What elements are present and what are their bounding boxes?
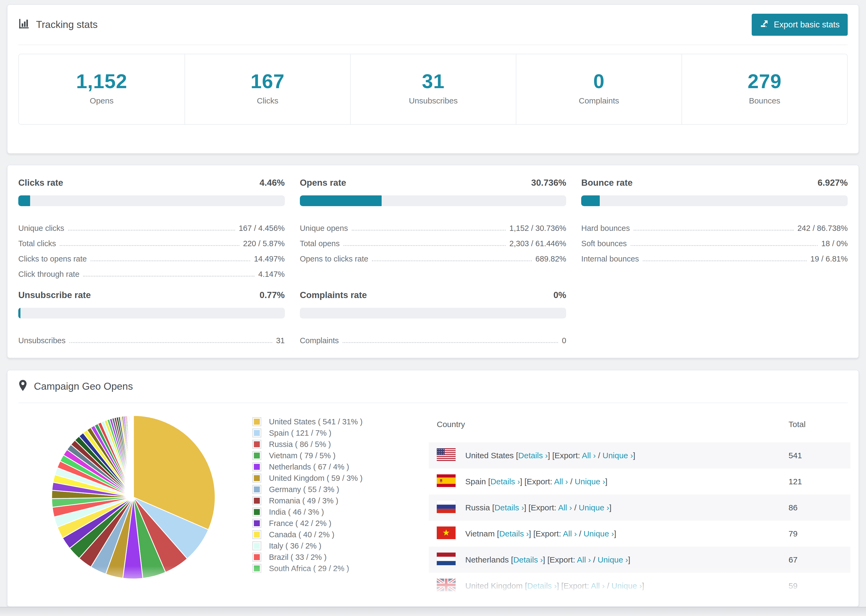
details-link[interactable]: Details › [513, 555, 543, 564]
total-cell: 59 [789, 573, 850, 599]
dotted-leader [372, 261, 532, 261]
details-link[interactable]: Details › [494, 503, 524, 512]
country-name: Vietnam [465, 529, 495, 538]
country-cell: United Kingdom [Details ›] [Export: All … [429, 573, 789, 599]
rate-title: Clicks rate [18, 178, 63, 188]
geo-pie-legend: United States ( 541 / 31% )Spain ( 121 /… [252, 415, 414, 574]
rate-row-label: Unsubscribes [18, 336, 66, 346]
legend-item: India ( 46 / 3% ) [252, 506, 414, 518]
export-unique-link[interactable]: Unique › [575, 477, 605, 486]
legend-item: Romania ( 49 / 3% ) [252, 495, 414, 506]
legend-item: Netherlands ( 67 / 4% ) [252, 461, 414, 473]
details-link[interactable]: Details › [490, 477, 520, 486]
es-flag-icon [437, 475, 465, 489]
country-name: Russia [465, 503, 490, 512]
rate-title: Bounce rate [581, 178, 633, 188]
details-link[interactable]: Details › [518, 451, 548, 460]
table-row-ru: Russia [Details ›] [Export: All › / Uniq… [429, 495, 850, 520]
legend-label: South Africa ( 29 / 2% ) [269, 564, 349, 573]
stat-cell-complaints: 0Complaints [516, 54, 682, 124]
total-cell: 86 [789, 495, 850, 520]
details-link[interactable]: Details › [527, 581, 557, 590]
column-header-total: Total [789, 415, 850, 442]
rate-row: Soft bounces18 / 0% [581, 233, 848, 248]
export-all-link[interactable]: All › [563, 529, 577, 538]
rate-row-label: Total opens [300, 239, 340, 248]
stat-value: 1,152 [22, 71, 182, 91]
legend-swatch [252, 428, 261, 438]
export-unique-link[interactable]: Unique › [598, 555, 628, 564]
details-link[interactable]: Details › [499, 529, 529, 538]
legend-label: United Kingdom ( 59 / 3% ) [269, 474, 362, 483]
rate-row-label: Hard bounces [581, 224, 630, 233]
stat-value: 279 [685, 71, 844, 91]
legend-swatch [252, 530, 261, 539]
rate-row-label: Complaints [300, 336, 339, 346]
export-unique-link[interactable]: Unique › [579, 503, 609, 512]
legend-swatch [252, 440, 261, 449]
stat-label: Unsubscribes [353, 96, 513, 105]
page-title: Tracking stats [36, 19, 98, 30]
export-all-link[interactable]: All › [558, 503, 572, 512]
export-basic-stats-button[interactable]: Export basic stats [752, 14, 848, 36]
export-unique-link[interactable]: Unique › [602, 451, 633, 460]
rate-rows: Unique opens1,152 / 30.736%Total opens2,… [300, 218, 567, 264]
rate-block-bounce-rate: Bounce rate6.927%Hard bounces242 / 86.73… [581, 178, 848, 279]
legend-item: Spain ( 121 / 7% ) [252, 427, 414, 438]
country-links-text: Netherlands [Details ›] [Export: All › /… [465, 555, 630, 564]
rate-row: Unique opens1,152 / 30.736% [300, 218, 567, 233]
rate-row-value: 689.82% [535, 255, 567, 264]
rate-row: Unsubscribes31 [18, 330, 285, 346]
country-cell-inner: Vietnam [Details ›] [Export: All › / Uni… [429, 526, 789, 541]
legend-label: Netherlands ( 67 / 4% ) [269, 462, 349, 471]
geo-table-header-row: Country Total [429, 415, 850, 442]
rate-progress-fill [18, 195, 30, 206]
export-unique-link[interactable]: Unique › [584, 529, 614, 538]
table-row-es: Spain [Details ›] [Export: All › / Uniqu… [429, 468, 850, 495]
rate-row-value: 167 / 4.456% [239, 224, 285, 233]
legend-label: Romania ( 49 / 3% ) [269, 497, 339, 505]
rate-block-unsubscribe-rate: Unsubscribe rate0.77%Unsubscribes31 [18, 290, 285, 346]
rate-row: Click through rate4.147% [18, 264, 285, 279]
legend-label: Canada ( 40 / 2% ) [269, 530, 334, 539]
country-name: Netherlands [465, 555, 509, 564]
legend-item: United Kingdom ( 59 / 3% ) [252, 473, 414, 484]
country-links-text: Spain [Details ›] [Export: All › / Uniqu… [465, 477, 608, 486]
geo-header: Campaign Geo Opens [8, 370, 858, 402]
stats-row: 1,152Opens167Clicks31Unsubscribes0Compla… [18, 54, 848, 125]
country-links-text: Russia [Details ›] [Export: All › / Uniq… [465, 503, 612, 512]
rate-row-value: 14.497% [254, 255, 285, 264]
stat-label: Clicks [188, 96, 348, 105]
legend-label: United States ( 541 / 31% ) [269, 417, 362, 426]
export-all-link[interactable]: All › [554, 477, 568, 486]
legend-label: Germany ( 55 / 3% ) [269, 485, 339, 494]
legend-swatch [252, 496, 261, 505]
export-all-link[interactable]: All › [582, 451, 596, 460]
legend-item: South Africa ( 29 / 2% ) [252, 563, 414, 574]
export-all-link[interactable]: All › [577, 555, 591, 564]
country-cell-inner: United Kingdom [Details ›] [Export: All … [429, 579, 789, 593]
geo-pie-chart [50, 414, 217, 580]
total-cell: 67 [789, 547, 850, 573]
total-cell: 541 [789, 442, 850, 468]
export-all-link[interactable]: All › [591, 581, 605, 590]
country-cell: Russia [Details ›] [Export: All › / Uniq… [429, 495, 789, 520]
rate-row-label: Opens to clicks rate [300, 255, 368, 264]
country-links-text: United States [Details ›] [Export: All ›… [465, 451, 635, 460]
dotted-leader [91, 261, 250, 261]
table-row-gb: United Kingdom [Details ›] [Export: All … [429, 573, 850, 599]
ru-flag-icon [437, 500, 465, 515]
legend-label: Vietnam ( 79 / 5% ) [269, 451, 335, 460]
rate-rows: Unsubscribes31 [18, 330, 285, 346]
legend-label: Spain ( 121 / 7% ) [269, 429, 331, 438]
export-unique-link[interactable]: Unique › [612, 581, 642, 590]
page-bottom-band [0, 607, 866, 616]
country-cell: United States [Details ›] [Export: All ›… [429, 442, 789, 468]
country-name: United States [465, 451, 514, 460]
rate-row-label: Total clicks [18, 239, 56, 248]
rate-progress-bar [581, 195, 848, 206]
geo-table-body: United States [Details ›] [Export: All ›… [429, 442, 850, 607]
dotted-leader [343, 342, 558, 343]
country-name: Spain [465, 477, 486, 486]
table-row-nl: Netherlands [Details ›] [Export: All › /… [429, 547, 850, 573]
